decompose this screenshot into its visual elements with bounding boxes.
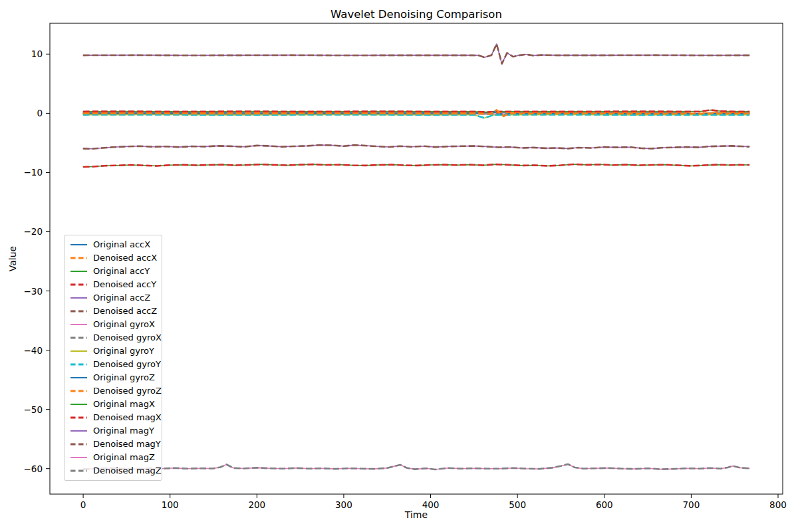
- legend-box: Original accXDenoised accXOriginal accYD…: [64, 235, 162, 481]
- legend-entry-denoised-gyroY: Denoised gyroY: [70, 358, 158, 371]
- legend-label: Original magZ: [93, 451, 155, 464]
- legend-entry-denoised-gyroZ: Denoised gyroZ: [70, 384, 158, 398]
- solid-line-sample-icon: [70, 238, 88, 251]
- y-tick-label: −40: [24, 345, 43, 356]
- dashed-line-sample-icon: [70, 411, 88, 424]
- legend-label: Original magY: [93, 424, 154, 438]
- solid-line-sample-icon: [70, 451, 88, 464]
- dashed-line-sample-icon: [70, 358, 88, 371]
- x-tick-label: 500: [509, 499, 526, 510]
- dashed-line-sample-icon: [70, 251, 88, 265]
- y-tick-label: −30: [24, 286, 43, 297]
- legend-entry-original-magY: Original magY: [70, 424, 158, 438]
- legend-label: Denoised magX: [93, 411, 162, 424]
- legend-entry-denoised-accX: Denoised accX: [70, 251, 158, 265]
- legend-label: Denoised magY: [93, 438, 161, 451]
- legend-entry-denoised-magY: Denoised magY: [70, 438, 158, 451]
- legend-entry-original-magX: Original magX: [70, 398, 158, 411]
- x-tick-label: 200: [248, 499, 265, 510]
- x-tick-label: 800: [769, 499, 787, 510]
- y-tick-label: 10: [31, 49, 43, 59]
- plot-title: Wavelet Denoising Comparison: [331, 8, 502, 21]
- legend-label: Denoised gyroZ: [93, 384, 162, 398]
- legend-label: Original accX: [93, 238, 150, 251]
- legend-entry-original-gyroX: Original gyroX: [70, 318, 158, 331]
- legend-label: Original gyroZ: [93, 371, 155, 384]
- legend-label: Original accZ: [93, 291, 150, 305]
- dashed-line-sample-icon: [70, 464, 88, 477]
- x-tick-label: 700: [683, 499, 700, 510]
- legend-entry-original-accZ: Original accZ: [70, 291, 158, 305]
- y-tick-label: −60: [24, 464, 43, 474]
- y-tick-label: −50: [24, 404, 43, 415]
- solid-line-sample-icon: [70, 291, 88, 305]
- x-tick-label: 400: [422, 499, 440, 510]
- legend-label: Denoised accY: [93, 278, 156, 291]
- x-tick-label: 300: [335, 499, 352, 510]
- solid-line-sample-icon: [70, 265, 88, 278]
- x-axis-label: Time: [404, 509, 428, 520]
- legend-entry-original-magZ: Original magZ: [70, 451, 158, 464]
- y-tick-label: −10: [24, 167, 43, 178]
- legend-entry-denoised-gyroX: Denoised gyroX: [70, 331, 158, 344]
- dashed-line-sample-icon: [70, 331, 88, 344]
- legend-label: Original accY: [93, 265, 150, 278]
- dashed-line-sample-icon: [70, 438, 88, 451]
- legend-entry-original-accX: Original accX: [70, 238, 158, 251]
- solid-line-sample-icon: [70, 318, 88, 331]
- legend-label: Original gyroX: [93, 318, 155, 331]
- dashed-line-sample-icon: [70, 305, 88, 318]
- y-tick-label: −20: [24, 226, 43, 237]
- dashed-line-sample-icon: [70, 384, 88, 398]
- y-tick-label: 0: [37, 108, 43, 118]
- legend-label: Denoised accZ: [93, 305, 157, 318]
- legend-entry-denoised-accY: Denoised accY: [70, 278, 158, 291]
- legend-entry-original-accY: Original accY: [70, 265, 158, 278]
- legend-entry-denoised-accZ: Denoised accZ: [70, 305, 158, 318]
- solid-line-sample-icon: [70, 398, 88, 411]
- legend-entry-denoised-magZ: Denoised magZ: [70, 464, 158, 477]
- legend-label: Original magX: [93, 398, 155, 411]
- y-axis-label: Value: [7, 246, 18, 271]
- legend-entry-original-gyroZ: Original gyroZ: [70, 371, 158, 384]
- legend-label: Original gyroY: [93, 344, 154, 358]
- dashed-line-sample-icon: [70, 278, 88, 291]
- legend-label: Denoised gyroY: [93, 358, 161, 371]
- solid-line-sample-icon: [70, 424, 88, 438]
- x-tick-label: 600: [596, 499, 613, 510]
- legend-entry-denoised-magX: Denoised magX: [70, 411, 158, 424]
- legend-label: Denoised gyroX: [93, 331, 162, 344]
- solid-line-sample-icon: [70, 344, 88, 358]
- figure: 0100200300400500600700800 100−10−20−30−4…: [0, 0, 798, 532]
- solid-line-sample-icon: [70, 371, 88, 384]
- legend-entry-original-gyroY: Original gyroY: [70, 344, 158, 358]
- legend-label: Denoised accX: [93, 251, 157, 265]
- x-tick-label: 100: [162, 499, 179, 510]
- x-tick-label: 0: [80, 499, 86, 510]
- legend-label: Denoised magZ: [93, 464, 162, 477]
